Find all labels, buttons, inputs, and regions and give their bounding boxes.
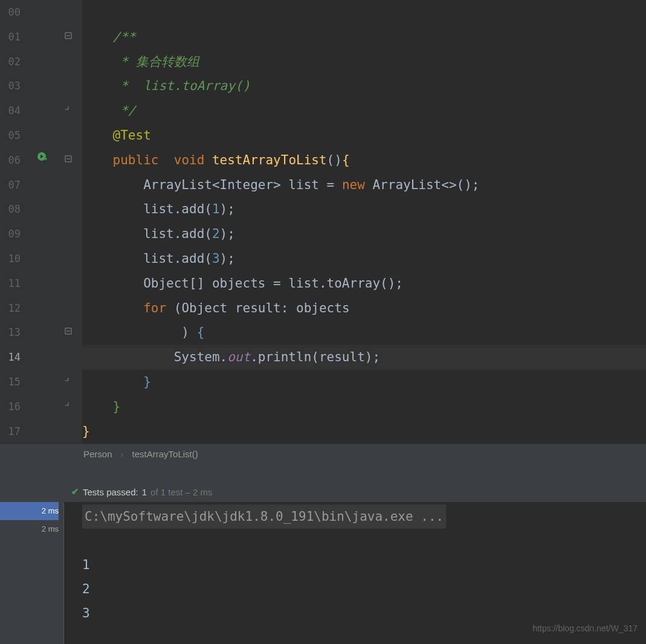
code-line[interactable]: */: [82, 98, 646, 123]
line-number[interactable]: 05: [0, 123, 31, 148]
line-number[interactable]: 12: [0, 296, 31, 321]
run-test-icon[interactable]: [36, 151, 48, 166]
fold-expand-icon[interactable]: [64, 155, 73, 164]
line-number[interactable]: 14: [0, 345, 31, 370]
console-area: 2 ms 2 ms C:\mySoftware\jdk\jdk1.8.0_191…: [0, 502, 646, 644]
code-editor[interactable]: /** * 集合转数组 * list.toArray() */ @Test pu…: [82, 0, 646, 444]
console-output-line: 3: [82, 601, 646, 625]
line-number[interactable]: 03: [0, 74, 31, 98]
gutter-icon-column: [31, 0, 57, 444]
test-tree-panel[interactable]: 2 ms 2 ms: [0, 502, 63, 644]
line-number[interactable]: 06: [0, 148, 31, 173]
line-number[interactable]: 00: [0, 0, 31, 25]
code-line[interactable]: * list.toArray(): [82, 74, 646, 98]
fold-end-icon[interactable]: [64, 106, 73, 114]
line-number-gutter[interactable]: 000102030405060708091011121314151617: [0, 0, 31, 444]
fold-expand-icon[interactable]: [64, 32, 73, 40]
line-number[interactable]: 08: [0, 197, 31, 222]
test-status-bar: ✔ Tests passed: 1 of 1 test – 2 ms: [0, 481, 646, 502]
line-number[interactable]: 04: [0, 98, 31, 123]
code-line[interactable]: [82, 0, 646, 25]
fold-end-icon[interactable]: [64, 402, 73, 410]
code-line[interactable]: }: [82, 394, 646, 419]
line-number[interactable]: 13: [0, 320, 31, 345]
code-line[interactable]: list.add(3);: [82, 246, 646, 271]
code-line[interactable]: for (Object result: objects: [82, 296, 646, 321]
fold-end-icon[interactable]: [64, 377, 73, 385]
line-number[interactable]: 15: [0, 370, 31, 394]
code-line[interactable]: /**: [82, 25, 646, 50]
code-line[interactable]: ) {: [82, 320, 646, 345]
line-number[interactable]: 01: [0, 25, 31, 50]
line-number[interactable]: 16: [0, 394, 31, 419]
console-output-line: 1: [82, 553, 646, 577]
code-line[interactable]: Object[] objects = list.toArray();: [82, 271, 646, 296]
editor-area: 000102030405060708091011121314151617 /**…: [0, 0, 646, 444]
line-number[interactable]: 17: [0, 419, 31, 444]
code-line[interactable]: list.add(2);: [82, 222, 646, 246]
code-line[interactable]: }: [82, 419, 646, 444]
console-output-line: 2: [82, 577, 646, 601]
test-timing-row[interactable]: 2 ms: [0, 502, 59, 520]
check-icon: ✔: [71, 486, 79, 497]
line-number[interactable]: 11: [0, 271, 31, 296]
breadcrumb-separator-icon: ›: [121, 449, 124, 459]
fold-expand-icon[interactable]: [64, 327, 73, 336]
tests-passed-label: Tests passed:: [83, 487, 138, 497]
breadcrumb-item[interactable]: Person: [83, 449, 112, 459]
watermark-text: https://blog.csdn.net/W_317: [532, 623, 638, 633]
tests-passed-count: 1: [142, 487, 147, 497]
code-line[interactable]: System.out.println(result);: [82, 345, 646, 370]
code-line[interactable]: ArrayList<Integer> list = new ArrayList<…: [82, 173, 646, 198]
line-number[interactable]: 10: [0, 246, 31, 271]
line-number[interactable]: 07: [0, 173, 31, 198]
console-command-line: C:\mySoftware\jdk\jdk1.8.0_191\bin\java.…: [82, 504, 446, 529]
code-line[interactable]: * 集合转数组: [82, 50, 646, 74]
breadcrumb-item[interactable]: testArrayToList(): [132, 449, 198, 459]
breadcrumb: Person › testArrayToList(): [0, 444, 646, 463]
line-number[interactable]: 09: [0, 222, 31, 246]
console-output[interactable]: C:\mySoftware\jdk\jdk1.8.0_191\bin\java.…: [63, 502, 646, 644]
code-line[interactable]: public void testArrayToList(){: [82, 148, 646, 173]
code-line[interactable]: list.add(1);: [82, 197, 646, 222]
code-line[interactable]: }: [82, 370, 646, 394]
test-timing-row[interactable]: 2 ms: [0, 520, 59, 538]
tests-total-suffix: of 1 test – 2 ms: [150, 487, 213, 497]
code-line[interactable]: @Test: [82, 123, 646, 148]
line-number[interactable]: 02: [0, 50, 31, 74]
fold-column: [57, 0, 82, 444]
tool-window-header: [0, 463, 646, 481]
